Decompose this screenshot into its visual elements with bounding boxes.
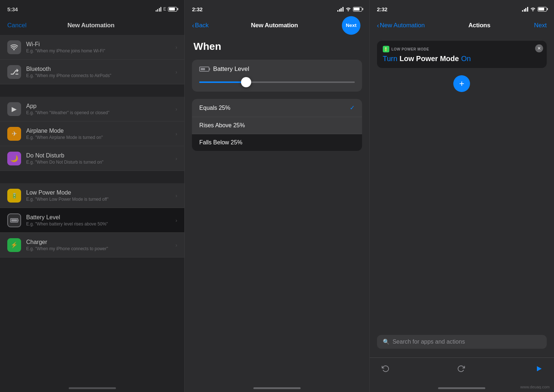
action-content-row: Turn Low Power Mode On — [383, 55, 541, 63]
status-icons-2 — [337, 7, 362, 12]
list-item-airplane[interactable]: ✈ Airplane Mode E.g. "When Airplane Mode… — [0, 121, 184, 146]
list-item-dnd[interactable]: 🌙 Do Not Disturb E.g. "When Do Not Distu… — [0, 146, 184, 171]
nav-bar-3: ‹ New Automation Actions Next — [370, 16, 554, 35]
lowpower-subtitle: E.g. "When Low Power Mode is turned off" — [26, 197, 170, 202]
dnd-chevron: › — [176, 156, 177, 161]
battery-indicator-3 — [538, 7, 547, 12]
signal-bars-3 — [522, 7, 528, 12]
wifi-status-icon-3 — [530, 7, 536, 11]
battery-indicator-1 — [168, 7, 177, 12]
wifi-item-text: Wi-Fi E.g. "When my iPhone joins home Wi… — [26, 41, 170, 53]
status-icons-3 — [522, 7, 547, 12]
action-close-button[interactable]: ✕ — [535, 44, 543, 52]
back-to-automation-button[interactable]: ‹ New Automation — [377, 22, 425, 29]
option-falls-label: Falls Below 25% — [199, 139, 242, 146]
watermark: www.deuaq.com — [520, 385, 550, 389]
battery-fill-2 — [354, 8, 360, 11]
charger-subtitle: E.g. "When my iPhone connects to power" — [26, 246, 170, 251]
next-button[interactable]: Next — [342, 16, 360, 35]
option-rises-above[interactable]: Rises Above 25% — [192, 117, 362, 134]
nav-bar-1: Cancel New Automation — [0, 16, 184, 35]
app-chevron: › — [176, 106, 177, 112]
toolbar-play-button[interactable] — [532, 362, 545, 375]
status-icons-1: E — [156, 7, 177, 12]
airplane-icon: ✈ — [7, 127, 21, 141]
list-item-battery[interactable]: Battery Level E.g. "When battery level r… — [0, 208, 184, 233]
airplane-subtitle: E.g. "When Airplane Mode is turned on" — [26, 135, 170, 140]
bottom-toolbar — [370, 357, 554, 380]
lowpower-chevron: › — [176, 193, 177, 199]
battery-subtitle: E.g. "When battery level rises above 50%… — [26, 221, 170, 227]
list-item-wifi[interactable]: Wi-Fi E.g. "When my iPhone joins home Wi… — [0, 35, 184, 60]
network-type-1: E — [163, 7, 166, 12]
action-on-label[interactable]: On — [461, 55, 471, 63]
p2-bar-1 — [337, 10, 338, 12]
p3-bar-4 — [527, 7, 528, 12]
signal-bar-4 — [160, 7, 161, 12]
panel-2-when: 2:32 ‹ Back New Automation Next — [184, 0, 369, 392]
list-item-charger[interactable]: ⚡ Charger E.g. "When my iPhone connects … — [0, 233, 184, 257]
back-button[interactable]: ‹ Back — [192, 22, 209, 29]
app-title: App — [26, 103, 170, 109]
redo-icon — [458, 365, 466, 373]
toolbar-undo-button[interactable] — [378, 362, 392, 375]
battery-slider-thumb[interactable] — [241, 77, 251, 87]
search-area: 🔍 Search for apps and actions — [370, 335, 554, 357]
home-indicator-2 — [185, 380, 369, 392]
action-mode-label: Low Power Mode — [400, 55, 459, 63]
when-content: When Battery Level Equals 25% ✓ — [185, 35, 369, 380]
dnd-icon: 🌙 — [7, 152, 21, 165]
nav-bar-2: ‹ Back New Automation Next — [185, 16, 369, 35]
signal-bars-2 — [337, 7, 344, 12]
search-placeholder: Search for apps and actions — [393, 339, 465, 345]
wifi-icon — [7, 40, 21, 54]
battery-fill-small — [201, 68, 205, 70]
app-subtitle: E.g. "When "Weather" is opened or closed… — [26, 110, 170, 115]
panel-3-actions: 2:32 ‹ New Automation Actions Next — [369, 0, 554, 392]
app-icon: ▶ — [7, 102, 21, 116]
bluetooth-title: Bluetooth — [26, 66, 170, 72]
battery-item-text: Battery Level E.g. "When battery level r… — [26, 214, 170, 227]
list-item-app[interactable]: ▶ App E.g. "When "Weather" is opened or … — [0, 97, 184, 121]
list-gap-2 — [0, 172, 184, 183]
status-bar-2: 2:32 — [185, 0, 369, 16]
list-gap-1 — [0, 85, 184, 97]
signal-bar-1 — [156, 10, 157, 12]
charger-icon: ⚡ — [7, 238, 21, 252]
lowpower-item-text: Low Power Mode E.g. "When Low Power Mode… — [26, 189, 170, 202]
p2-bar-3 — [341, 8, 342, 12]
nav-title-2: New Automation — [251, 22, 298, 29]
add-action-button[interactable]: + — [453, 75, 470, 92]
list-item-lowpower[interactable]: 🔋 Low Power Mode E.g. "When Low Power Mo… — [0, 183, 184, 208]
wifi-status-icon-2 — [345, 7, 351, 11]
lowpower-title: Low Power Mode — [26, 189, 170, 196]
search-bar[interactable]: 🔍 Search for apps and actions — [377, 335, 547, 349]
action-turn-label[interactable]: Turn — [383, 55, 397, 63]
condition-options-list: Equals 25% ✓ Rises Above 25% Falls Below… — [192, 99, 362, 151]
list-section-1: Wi-Fi E.g. "When my iPhone joins home Wi… — [0, 35, 184, 84]
p3-bar-1 — [522, 10, 523, 12]
signal-bar-2 — [157, 9, 158, 12]
list-section-2: ▶ App E.g. "When "Weather" is opened or … — [0, 97, 184, 171]
status-bar-1: 5:34 E — [0, 0, 184, 16]
toolbar-redo-button[interactable] — [455, 362, 468, 375]
back-label: Back — [195, 22, 209, 29]
option-equals-label: Equals 25% — [199, 105, 230, 111]
undo-icon — [381, 365, 389, 373]
battery-slider-fill — [199, 81, 246, 83]
status-bar-3: 2:32 — [370, 0, 554, 16]
charger-title: Charger — [26, 239, 170, 245]
list-item-bluetooth[interactable]: ⎇ Bluetooth E.g. "When my iPhone connect… — [0, 60, 184, 84]
wifi-chevron: › — [176, 44, 177, 50]
lowpower-icon: 🔋 — [7, 189, 21, 203]
home-bar-2 — [253, 387, 301, 389]
option-equals[interactable]: Equals 25% ✓ — [192, 99, 362, 117]
back-label-3: New Automation — [380, 22, 425, 29]
option-falls-below[interactable]: Falls Below 25% — [192, 134, 362, 151]
next-text-button[interactable]: Next — [534, 22, 547, 29]
battery-indicator-2 — [353, 7, 362, 12]
low-power-source-icon: 🔋 — [383, 46, 389, 52]
cancel-button[interactable]: Cancel — [7, 22, 27, 29]
equals-checkmark: ✓ — [350, 104, 355, 112]
app-item-text: App E.g. "When "Weather" is opened or cl… — [26, 103, 170, 115]
